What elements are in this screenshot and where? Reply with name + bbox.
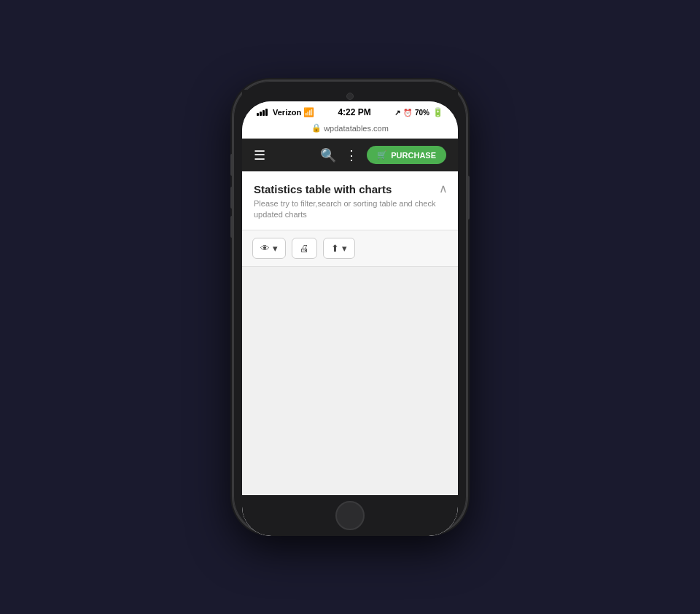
print-button[interactable]: 🖨 xyxy=(292,238,317,259)
home-button[interactable] xyxy=(335,501,365,530)
print-icon: 🖨 xyxy=(300,243,309,254)
upload-icon: ⬆ xyxy=(331,243,339,254)
status-bar: Verizon 📶 4:22 PM ↗ ⏰ 70% 🔋 xyxy=(242,101,458,120)
location-icon: ↗ xyxy=(394,109,400,117)
top-notch xyxy=(242,90,458,101)
battery-level: 70% xyxy=(415,109,429,117)
wifi-icon: 📶 xyxy=(303,107,314,117)
collapse-button[interactable]: ∧ xyxy=(439,182,448,195)
search-icon[interactable]: 🔍 xyxy=(320,147,336,163)
phone-screen: Verizon 📶 4:22 PM ↗ ⏰ 70% 🔋 🔒 wpdatatabl… xyxy=(242,101,458,536)
signal-bars xyxy=(257,109,268,116)
export-arrow-icon: ▾ xyxy=(342,243,347,254)
status-left: Verizon 📶 xyxy=(257,107,314,117)
status-right: ↗ ⏰ 70% 🔋 xyxy=(394,107,443,117)
toolbar: 👁 ▾ 🖨 ⬆ ▾ xyxy=(242,230,458,267)
time-display: 4:22 PM xyxy=(338,107,370,117)
battery-icon: 🔋 xyxy=(432,107,443,117)
purchase-label: PURCHASE xyxy=(391,151,436,160)
purchase-button[interactable]: 🛒 PURCHASE xyxy=(367,146,446,164)
section-title: Statistics table with charts xyxy=(254,183,446,195)
address-bar[interactable]: 🔒 wpdatatables.com xyxy=(242,120,458,139)
alarm-icon: ⏰ xyxy=(403,109,412,117)
cart-icon: 🛒 xyxy=(377,150,387,160)
nav-right: 🔍 ⋮ 🛒 PURCHASE xyxy=(320,146,446,164)
home-indicator xyxy=(242,495,458,536)
url-display: wpdatatables.com xyxy=(324,124,389,133)
lock-icon: 🔒 xyxy=(311,123,322,133)
carrier: Verizon xyxy=(273,108,301,117)
more-icon[interactable]: ⋮ xyxy=(345,147,358,163)
visibility-button[interactable]: 👁 ▾ xyxy=(252,238,286,259)
eye-icon: 👁 xyxy=(260,243,270,254)
page-content: Statistics table with charts Please try … xyxy=(242,171,458,495)
phone-frame: Verizon 📶 4:22 PM ↗ ⏰ 70% 🔋 🔒 wpdatatabl… xyxy=(233,81,467,533)
section-header: Statistics table with charts Please try … xyxy=(242,171,458,230)
camera-dot xyxy=(346,93,354,100)
hamburger-icon[interactable]: ☰ xyxy=(254,147,265,163)
section-description: Please try to filter,search or sorting t… xyxy=(254,198,446,221)
export-button[interactable]: ⬆ ▾ xyxy=(323,238,355,259)
nav-bar: ☰ 🔍 ⋮ 🛒 PURCHASE xyxy=(242,139,458,171)
dropdown-arrow-icon: ▾ xyxy=(273,243,278,254)
